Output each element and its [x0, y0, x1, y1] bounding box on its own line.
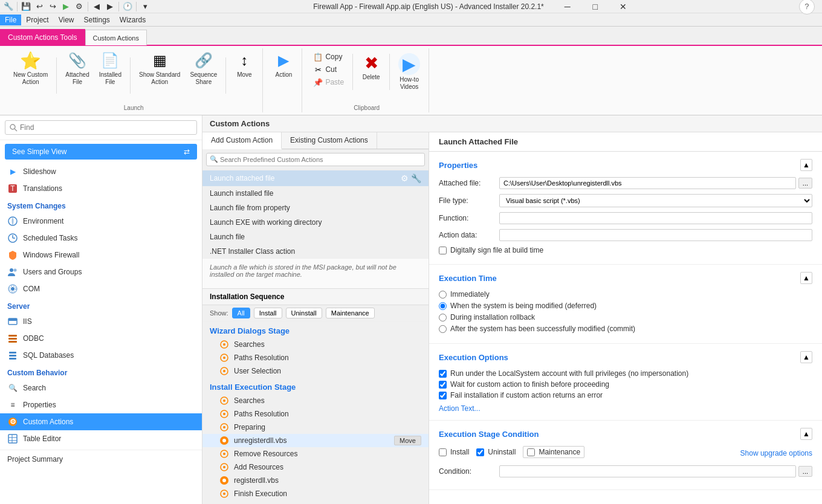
run-local-system-checkbox[interactable]	[439, 370, 447, 378]
sidebar-item-table-editor[interactable]: Table Editor	[0, 430, 202, 447]
attached-file-browse-btn[interactable]: ...	[798, 178, 812, 189]
sidebar-item-slideshow[interactable]: ▶ Slideshow	[0, 163, 202, 180]
close-btn[interactable]: ✕	[609, 0, 637, 16]
menu-view[interactable]: View	[54, 15, 79, 25]
maximize-btn[interactable]: □	[581, 0, 609, 16]
seq-item-registerdll[interactable]: registerdll.vbs	[202, 474, 429, 487]
history-btn[interactable]: 🕐	[121, 1, 134, 13]
install-check-checkbox[interactable]	[439, 448, 447, 456]
execution-time-collapse-btn[interactable]: ▲	[800, 272, 812, 284]
immediately-radio[interactable]	[439, 291, 447, 299]
paste-btn[interactable]: 📌 Paste	[309, 76, 348, 88]
menu-file[interactable]: File	[0, 15, 21, 25]
sidebar-item-custom-actions[interactable]: ⚙ Custom Actions	[0, 413, 202, 430]
sidebar-item-search[interactable]: 🔍 Search	[0, 380, 202, 396]
how-to-videos-btn[interactable]: ▶ How-toVideos	[395, 51, 424, 93]
move-btn[interactable]: ↕ Move	[231, 48, 257, 81]
action-item-launch-attached-file[interactable]: Launch attached file ⚙ 🔧	[202, 170, 429, 186]
function-input[interactable]	[499, 212, 812, 224]
sidebar-item-scheduled-tasks[interactable]: Scheduled Tasks	[0, 230, 202, 247]
action-search-input[interactable]	[206, 153, 425, 166]
seq-item-paths-2[interactable]: Paths Resolution	[202, 407, 429, 421]
action-item-launch-exe[interactable]: Launch EXE with working directory	[202, 215, 429, 230]
delete-btn[interactable]: ✖ Delete	[358, 51, 384, 83]
after-modified-radio[interactable]	[439, 325, 447, 333]
tab-add-custom-action[interactable]: Add Custom Action	[202, 132, 282, 149]
seq-item-paths-1[interactable]: Paths Resolution	[202, 351, 429, 364]
sidebar-item-com[interactable]: COM	[0, 280, 202, 297]
fail-installation-checkbox[interactable]	[439, 392, 447, 399]
tab-custom-actions-tools[interactable]: Custom Actions Tools	[0, 29, 85, 45]
back-btn[interactable]: ◀	[91, 1, 103, 13]
menu-project[interactable]: Project	[21, 15, 53, 25]
undo-btn[interactable]: ↩	[33, 1, 45, 13]
sidebar-item-users-and-groups[interactable]: Users and Groups	[0, 263, 202, 280]
action-text-link[interactable]: Action Text...	[439, 404, 480, 413]
redo-btn[interactable]: ↪	[47, 1, 59, 13]
sidebar-item-odbc[interactable]: ODBC	[0, 330, 202, 347]
wait-for-custom-checkbox[interactable]	[439, 381, 447, 389]
simple-view-btn[interactable]: See Simple View ⇄	[5, 144, 197, 160]
execution-options-collapse-btn[interactable]: ▲	[800, 351, 812, 363]
during-rollback-radio[interactable]	[439, 314, 447, 321]
when-modified-radio[interactable]	[439, 302, 447, 310]
installed-file-btn[interactable]: 📄 InstalledFile	[95, 48, 125, 88]
attached-file-input[interactable]	[499, 177, 796, 189]
forward-btn[interactable]: ▶	[104, 1, 116, 13]
sidebar-search-input[interactable]	[5, 120, 197, 135]
menu-wizards[interactable]: Wizards	[115, 15, 150, 25]
condition-browse-btn[interactable]: ...	[798, 466, 812, 477]
maintenance-check-checkbox[interactable]	[527, 448, 535, 456]
how-to-videos-label: How-toVideos	[400, 76, 419, 91]
filter-install[interactable]: Install	[254, 308, 282, 318]
execution-stage-condition-collapse-btn[interactable]: ▲	[800, 428, 812, 440]
properties-collapse-btn[interactable]: ▲	[800, 159, 812, 171]
copy-btn[interactable]: 📋 Copy	[309, 51, 348, 63]
condition-input[interactable]	[499, 465, 796, 477]
seq-item-preparing[interactable]: Preparing	[202, 421, 429, 434]
sidebar-item-environment[interactable]: Environment	[0, 213, 202, 230]
sidebar-item-windows-firewall[interactable]: Windows Firewall	[0, 247, 202, 263]
filter-all[interactable]: All	[232, 308, 250, 318]
move-unregisterdll-btn[interactable]: Move	[394, 436, 421, 445]
dropdown-btn[interactable]: ▾	[139, 1, 151, 13]
help-btn[interactable]: ?	[799, 0, 815, 15]
custom-actions-label: Custom Actions	[23, 418, 73, 426]
action-item-net-installer[interactable]: .NET Installer Class action	[202, 244, 429, 258]
seq-item-add-resources[interactable]: Add Resources	[202, 460, 429, 474]
filter-maintenance[interactable]: Maintenance	[326, 308, 375, 318]
file-type-select[interactable]: Visual basic script (*.vbs)	[499, 194, 812, 207]
new-custom-action-btn[interactable]: ⭐ New CustomAction	[10, 48, 51, 88]
menu-settings[interactable]: Settings	[79, 15, 115, 25]
seq-item-user-selection[interactable]: User Selection	[202, 364, 429, 378]
save-btn[interactable]: 💾	[20, 1, 32, 13]
seq-item-unregisterdll[interactable]: unregisterdll.vbs Move	[202, 434, 429, 447]
sequence-share-btn[interactable]: 🔗 SequenceShare	[186, 48, 221, 88]
uninstall-check-checkbox[interactable]	[476, 448, 484, 456]
sidebar-item-properties[interactable]: ≡ Properties	[0, 396, 202, 413]
run-btn[interactable]: ▶	[60, 1, 72, 13]
seq-item-finish-execution[interactable]: Finish Execution	[202, 487, 429, 500]
show-upgrade-options-link[interactable]: Show upgrade options	[740, 449, 812, 457]
sidebar-item-translations[interactable]: T Translations	[0, 180, 202, 197]
minimize-btn[interactable]: ─	[554, 0, 581, 16]
sidebar-item-project-summary[interactable]: Project Summary	[0, 450, 202, 467]
seq-item-remove-resources[interactable]: Remove Resources	[202, 447, 429, 460]
seq-item-searches-2[interactable]: Searches	[202, 394, 429, 407]
show-standard-action-btn[interactable]: ▦ Show StandardAction	[135, 48, 184, 88]
cut-btn[interactable]: ✂ Cut	[309, 63, 348, 76]
action-item-launch-file-from-property[interactable]: Launch file from property	[202, 201, 429, 215]
action-data-input[interactable]	[499, 229, 812, 241]
action-btn[interactable]: ▶ Action	[270, 48, 297, 81]
filter-uninstall[interactable]: Uninstall	[286, 308, 322, 318]
sidebar-item-iis[interactable]: IIS	[0, 313, 202, 330]
tab-existing-custom-actions[interactable]: Existing Custom Actions	[282, 132, 377, 149]
action-item-launch-file[interactable]: Launch file	[202, 230, 429, 244]
digitally-sign-checkbox[interactable]	[439, 247, 447, 254]
attached-file-btn[interactable]: 📎 AttachedFile	[62, 48, 92, 88]
action-item-launch-installed-file[interactable]: Launch installed file	[202, 186, 429, 201]
seq-item-searches-1[interactable]: Searches	[202, 338, 429, 351]
settings-btn[interactable]: ⚙	[73, 1, 85, 13]
tab-custom-actions[interactable]: Custom Actions	[85, 30, 147, 45]
sidebar-item-sql-databases[interactable]: SQL Databases	[0, 347, 202, 364]
